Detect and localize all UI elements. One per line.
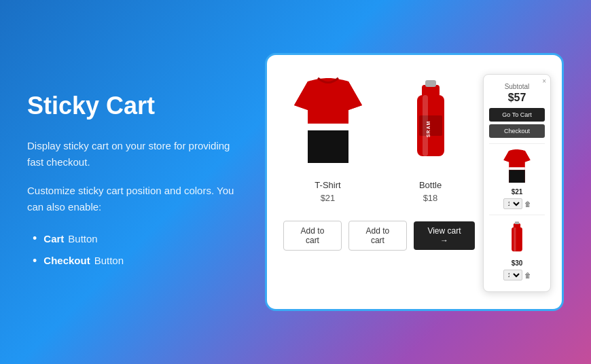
cart-tshirt-delete-button[interactable]: 🗑 bbox=[524, 200, 531, 208]
page-title: Sticky Cart bbox=[27, 92, 238, 120]
feature-checkout-suffix: Button bbox=[94, 251, 124, 270]
bottle-svg: SRAM bbox=[400, 75, 461, 170]
feature-cart: Cart Button bbox=[33, 228, 238, 249]
cart-tshirt-qty-select[interactable]: 1 2 3 bbox=[503, 198, 522, 209]
svg-rect-4 bbox=[425, 80, 436, 87]
svg-rect-12 bbox=[515, 221, 519, 224]
close-cart-button[interactable]: × bbox=[542, 77, 546, 85]
subtotal-label: Subtotal bbox=[489, 83, 545, 90]
bottle-price: $18 bbox=[423, 193, 438, 203]
products-area: T-Shirt $21 bbox=[283, 71, 475, 251]
svg-rect-0 bbox=[308, 124, 348, 130]
svg-rect-6 bbox=[419, 115, 442, 136]
cart-divider-2 bbox=[489, 215, 545, 215]
feature-cart-bold: Cart bbox=[43, 230, 64, 248]
checkout-cart-button[interactable]: Checkout bbox=[489, 124, 545, 138]
sticky-cart-panel: × Subtotal $57 Go To Cart Checkout $21 1… bbox=[483, 74, 551, 292]
product-bottle: SRAM Bottle $18 bbox=[386, 71, 475, 210]
feature-checkout-bold: Checkout bbox=[43, 251, 90, 270]
cart-divider bbox=[489, 143, 545, 144]
svg-text:SRAM: SRAM bbox=[426, 121, 431, 138]
cart-item-tshirt-controls: 1 2 3 🗑 bbox=[503, 198, 531, 209]
tshirt-svg bbox=[287, 75, 369, 170]
add-to-cart-tshirt-button[interactable]: Add to cart bbox=[283, 221, 342, 251]
tshirt-price: $21 bbox=[321, 193, 336, 203]
subtotal-amount: $57 bbox=[489, 92, 545, 104]
cart-item-bottle-price: $30 bbox=[512, 259, 523, 267]
view-cart-button[interactable]: View cart → bbox=[414, 221, 475, 250]
cart-item-tshirt-price: $21 bbox=[512, 188, 523, 196]
bottle-image: SRAM bbox=[387, 71, 475, 173]
cart-bottle-delete-button[interactable]: 🗑 bbox=[524, 272, 531, 279]
cart-bottle-qty-select[interactable]: 1 2 3 bbox=[503, 270, 522, 280]
tshirt-name: T-Shirt bbox=[315, 180, 340, 190]
product-tshirt: T-Shirt $21 bbox=[283, 71, 372, 210]
svg-rect-1 bbox=[308, 130, 348, 163]
products-row: T-Shirt $21 bbox=[283, 71, 475, 210]
go-to-cart-button[interactable]: Go To Cart bbox=[489, 108, 545, 122]
demo-panel: T-Shirt $21 bbox=[265, 53, 564, 311]
tshirt-image bbox=[284, 71, 372, 173]
features-list: Cart Button Checkout Button bbox=[27, 228, 238, 272]
bottle-name: Bottle bbox=[419, 180, 442, 190]
bottom-actions: Add to cart Add to cart View cart → bbox=[283, 221, 475, 251]
svg-rect-13 bbox=[514, 228, 516, 251]
svg-rect-10 bbox=[512, 228, 522, 251]
cart-item-bottle: $30 1 2 3 🗑 bbox=[489, 219, 545, 280]
svg-rect-8 bbox=[509, 167, 525, 170]
svg-rect-9 bbox=[509, 170, 525, 183]
description-1: Display sticky cart on your store for pr… bbox=[27, 138, 238, 170]
description-2: Customize sticky cart position and color… bbox=[27, 183, 238, 215]
add-to-cart-bottle-button[interactable]: Add to cart bbox=[348, 221, 407, 251]
cart-item-tshirt: $21 1 2 3 🗑 bbox=[489, 148, 545, 209]
cart-bottle-svg bbox=[500, 219, 534, 257]
feature-checkout: Checkout Button bbox=[33, 250, 238, 272]
cart-item-bottle-controls: 1 2 3 🗑 bbox=[503, 270, 531, 280]
cart-tshirt-svg bbox=[500, 148, 534, 185]
left-panel: Sticky Cart Display sticky cart on your … bbox=[27, 92, 238, 272]
feature-cart-suffix: Button bbox=[68, 230, 97, 248]
